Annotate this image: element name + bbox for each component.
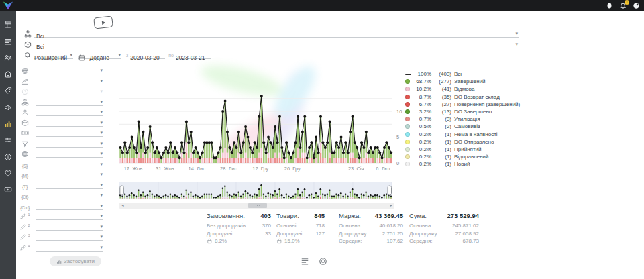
filter-dropdown[interactable]: ▾ bbox=[36, 180, 103, 189]
legend-item[interactable]: 0.7%(3)Утилізація bbox=[405, 115, 521, 123]
legend-item[interactable]: 0.5%(2)Самовивіз bbox=[405, 123, 521, 130]
group-list-toggle-icon[interactable] bbox=[301, 257, 309, 266]
filter-dropdown[interactable]: ▾ bbox=[36, 107, 103, 116]
legend-item[interactable]: 6.7%(27)Повернення (завершений) bbox=[405, 101, 521, 108]
filter-dropdown[interactable]: ▾ bbox=[36, 87, 103, 95]
chevron-down-icon: ▾ bbox=[100, 78, 103, 85]
filter-dropdown[interactable]: ▾ bbox=[36, 243, 103, 252]
sidebar-filter-row-globe-grid[interactable]: ▾ bbox=[19, 149, 103, 158]
legend-swatch bbox=[405, 74, 411, 75]
legend-item[interactable]: 100%(403)Всі bbox=[405, 70, 521, 78]
legend-swatch bbox=[405, 117, 410, 121]
filter-dropdown[interactable]: ▾ bbox=[36, 139, 103, 148]
legend-item[interactable]: 8.7%(35)DO Возврат склад bbox=[405, 93, 521, 101]
scroll-left-arrow[interactable]: ◂ bbox=[119, 203, 126, 209]
rail-item-tag-icon[interactable] bbox=[0, 84, 16, 97]
legend-item[interactable]: 68.7%(277)Завершений bbox=[405, 78, 521, 85]
filter-dropdown[interactable]: ▾ bbox=[36, 118, 103, 127]
sidebar-filter-row-money[interactable]: ▾ bbox=[19, 128, 103, 137]
notifications-icon[interactable]: 1 bbox=[619, 2, 627, 9]
filter-dropdown[interactable]: ▾ bbox=[36, 222, 103, 231]
filter-dropdown[interactable]: ▾ bbox=[36, 190, 103, 199]
group-product-toggle-icon[interactable] bbox=[319, 257, 327, 266]
filter-dropdown[interactable]: ▾ bbox=[36, 160, 103, 168]
filter-dropdown[interactable]: ▾ bbox=[36, 97, 103, 106]
legend-item[interactable]: 3.2%(13)DO Завершено bbox=[405, 108, 521, 115]
filter-dropdown[interactable]: ▾ bbox=[36, 232, 103, 241]
app-logo bbox=[3, 1, 13, 10]
rail-item-chart-icon[interactable] bbox=[0, 117, 16, 131]
date-to-input[interactable]: 2023-03-21 bbox=[176, 50, 211, 59]
status-filter[interactable]: Всі ▾ bbox=[24, 29, 519, 38]
svg-text:12. Гру: 12. Гру bbox=[252, 166, 268, 172]
trend-icon bbox=[19, 78, 31, 85]
overview-brush-chart[interactable] bbox=[119, 180, 394, 202]
sidebar-filter-row-sitemap[interactable]: ▾ bbox=[19, 97, 103, 106]
filter-dropdown[interactable]: ▾ bbox=[36, 149, 103, 158]
sidebar-filter-row-trend[interactable]: ▾ bbox=[19, 76, 103, 85]
legend-percent: 100% bbox=[413, 71, 431, 77]
rail-item-store-icon[interactable] bbox=[0, 68, 16, 81]
product-filter-value[interactable]: Всі bbox=[36, 44, 44, 50]
sidebar-filter-row-question[interactable]: ▾ bbox=[19, 87, 103, 95]
sidebar-filter-row-person[interactable]: ▾ bbox=[19, 107, 103, 116]
filter-dropdown[interactable]: ▾ bbox=[36, 128, 103, 137]
product-filter[interactable]: Всі ▾ bbox=[24, 40, 519, 48]
apply-button[interactable]: Застосувати bbox=[50, 256, 101, 266]
status-filter-value[interactable]: Всі bbox=[36, 33, 44, 40]
user-avatar[interactable] bbox=[633, 2, 640, 9]
theme-toggle-icon[interactable] bbox=[606, 2, 613, 9]
rail-item-dashboard-icon[interactable] bbox=[0, 18, 16, 32]
legend-item[interactable]: 0.2%(1)Відправлений bbox=[405, 153, 521, 160]
brush-handle-left[interactable] bbox=[120, 186, 124, 195]
chevron-down-icon: ▾ bbox=[100, 140, 103, 147]
date-field-select[interactable]: Додане ▾ bbox=[78, 50, 121, 59]
sidebar-filter-row-funnel[interactable]: ▾ bbox=[19, 139, 103, 148]
stat-sub-label: Основні: bbox=[276, 222, 298, 230]
scroll-right-arrow[interactable]: ▸ bbox=[388, 203, 394, 209]
stat-sub-value: 127 bbox=[316, 230, 325, 238]
horizontal-scrollbar[interactable]: ◂ ▸ bbox=[119, 203, 394, 209]
filter-dropdown[interactable]: ▾ bbox=[36, 66, 103, 74]
legend-item[interactable]: 10.2%(41)Відмова bbox=[405, 85, 521, 93]
filter-dropdown[interactable]: ▾ bbox=[36, 76, 103, 85]
rail-item-video-icon[interactable] bbox=[0, 183, 16, 197]
stat-sub-label: Допродані: bbox=[276, 230, 304, 238]
rail-item-list-icon[interactable] bbox=[0, 35, 16, 48]
sidebar-filter-row-pencil-4[interactable]: 4▾ bbox=[19, 243, 103, 252]
sidebar-filter-row-globe[interactable]: ▾ bbox=[19, 66, 103, 74]
rail-item-megaphone-icon[interactable] bbox=[0, 101, 16, 114]
video-tutorial-button[interactable] bbox=[93, 16, 113, 30]
funnel-icon bbox=[19, 140, 31, 148]
sidebar-filter-row-pencil-2[interactable]: 2▾ bbox=[19, 222, 103, 231]
legend-item[interactable]: 0.2%(1)Новий bbox=[405, 160, 521, 168]
sidebar-filter-row-m[interactable]: {M}▾ bbox=[19, 170, 103, 178]
legend-count: (27) bbox=[434, 101, 451, 107]
sidebar-filter-row-cm[interactable]: {Cm}▾ bbox=[19, 201, 103, 210]
rail-item-users-icon[interactable] bbox=[0, 51, 16, 64]
sidebar-filter-row-pencil-3[interactable]: 3▾ bbox=[19, 232, 103, 241]
filter-dropdown[interactable]: ▾ bbox=[36, 170, 103, 178]
legend-swatch bbox=[405, 162, 410, 166]
rail-item-info-icon[interactable] bbox=[0, 150, 16, 164]
sidebar-filter-row-ct[interactable]: {Ct}▾ bbox=[19, 190, 103, 199]
filter-dropdown[interactable]: ▾ bbox=[36, 211, 103, 220]
scrollbar-thumb[interactable] bbox=[248, 203, 267, 208]
legend-item[interactable]: 0.2%(1)DO Отправлено bbox=[405, 138, 521, 146]
legend-item[interactable]: 0.2%(1)Прийнятий bbox=[405, 146, 521, 153]
legend-label: Відмова bbox=[454, 86, 474, 92]
sidebar-filter-row-pencil-1[interactable]: 1▾ bbox=[19, 211, 103, 220]
filter-dropdown[interactable]: ▾ bbox=[36, 201, 103, 210]
legend-count: (2) bbox=[434, 123, 451, 129]
sidebar-filter-row-s[interactable]: {S}▾ bbox=[19, 160, 103, 168]
search-icon[interactable] bbox=[24, 52, 32, 59]
brush-handle-right[interactable] bbox=[388, 186, 392, 195]
legend-item[interactable]: 0.2%(1)Нема в наявності bbox=[405, 131, 521, 138]
sidebar-filter-row-t[interactable]: {T}▾ bbox=[19, 180, 103, 189]
search-mode-select[interactable]: Розширений ▾ bbox=[34, 50, 73, 59]
rail-item-sliders-icon[interactable] bbox=[0, 133, 16, 147]
date-from-input[interactable]: 2020-03-20 bbox=[130, 50, 165, 59]
legend-swatch bbox=[405, 102, 410, 107]
rail-item-heart-icon[interactable] bbox=[0, 166, 16, 180]
sidebar-filter-row-box[interactable]: ▾ bbox=[19, 118, 103, 127]
